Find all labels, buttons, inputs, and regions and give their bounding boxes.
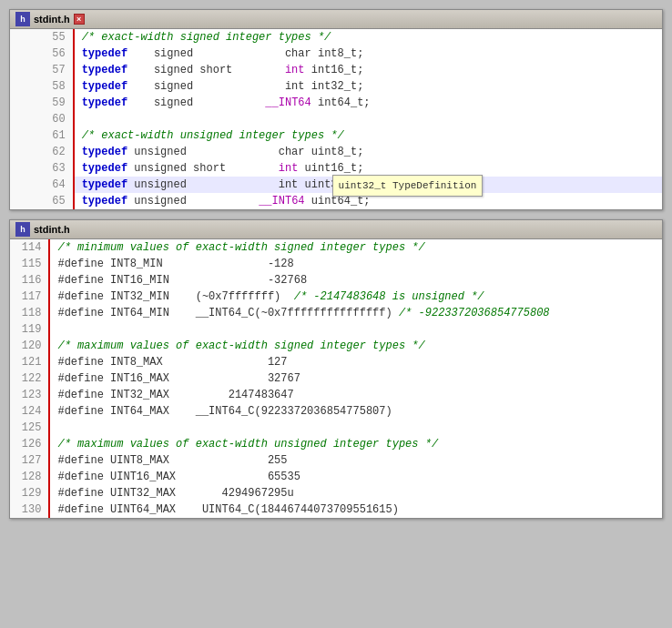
code-content: /* minimum values of exact-width signed … [49,239,662,256]
table-row: 121 #define INT8_MAX 127 [10,354,662,370]
table-row: 59 typedef signed __INT64 int64_t; [10,95,662,111]
line-number: 117 [10,289,49,305]
file-icon-2: h [15,222,30,237]
line-number: 122 [10,370,49,387]
code-content: #define INT16_MIN -32768 [49,272,662,289]
line-number: 114 [10,239,49,256]
line-number: 119 [10,321,49,338]
code-content: #define INT64_MIN __INT64_C(~0x7ffffffff… [49,305,662,321]
code-table-1: 55 /* exact-width signed integer types *… [10,29,662,209]
code-content [49,420,662,436]
code-content: #define UINT32_MAX 4294967295u [49,485,662,501]
line-number: 55 [10,29,74,46]
code-content: typedef unsigned char uint8_t; [74,144,662,160]
table-row: 117 #define INT32_MIN (~0x7fffffff) /* -… [10,289,662,305]
code-content [49,321,662,338]
line-number: 115 [10,256,49,272]
table-row: 60 [10,111,662,127]
table-row: 115 #define INT8_MIN -128 [10,256,662,272]
line-number: 60 [10,111,74,127]
code-content: #define INT64_MAX __INT64_C(922337203685… [49,403,662,420]
line-number: 56 [10,46,74,62]
code-area-1: 55 /* exact-width signed integer types *… [10,29,662,209]
code-content: #define INT8_MIN -128 [49,256,662,272]
code-area-2: 114 /* minimum values of exact-width sig… [10,239,662,518]
line-number: 121 [10,354,49,370]
line-number: 124 [10,403,49,420]
line-number: 127 [10,452,49,469]
table-row: 123 #define INT32_MAX 2147483647 [10,387,662,403]
code-content: #define INT8_MAX 127 [49,354,662,370]
line-number: 62 [10,144,74,160]
line-number: 130 [10,501,49,518]
line-number: 128 [10,469,49,485]
table-row: 55 /* exact-width signed integer types *… [10,29,662,46]
code-content: /* exact-width unsigned integer types */ [74,127,662,144]
code-content: #define UINT8_MAX 255 [49,452,662,469]
table-row: 58 typedef signed int int32_t; [10,78,662,95]
code-window-2: h stdint.h 114 /* minimum values of exac… [9,219,663,519]
code-table-2: 114 /* minimum values of exact-width sig… [10,239,662,518]
title-text-1: stdint.h [34,14,70,25]
code-content: #define UINT64_MAX UINT64_C(184467440737… [49,501,662,518]
code-content: typedef signed __INT64 int64_t; [74,95,662,111]
line-number: 57 [10,62,74,78]
table-row: 56 typedef signed char int8_t; [10,46,662,62]
table-row: 124 #define INT64_MAX __INT64_C(92233720… [10,403,662,420]
table-row: 64 typedef unsigned int uint32_t;uint32_… [10,177,662,193]
table-row: 127 #define UINT8_MAX 255 [10,452,662,469]
code-content: typedef signed int int32_t; [74,78,662,95]
line-number: 129 [10,485,49,501]
table-row: 130 #define UINT64_MAX UINT64_C(18446744… [10,501,662,518]
table-row: 122 #define INT16_MAX 32767 [10,370,662,387]
table-row: 57 typedef signed short int int16_t; [10,62,662,78]
file-icon-1: h [15,12,30,26]
code-content: typedef unsigned int uint32_t;uint32_t T… [74,177,662,193]
code-content: typedef signed short int int16_t; [74,62,662,78]
table-row: 126 /* maximum values of exact-width uns… [10,436,662,452]
line-number: 61 [10,127,74,144]
title-bar-2: h stdint.h [10,220,662,239]
table-row: 116 #define INT16_MIN -32768 [10,272,662,289]
line-number: 120 [10,338,49,354]
code-content: typedef signed char int8_t; [74,46,662,62]
code-content: #define INT32_MAX 2147483647 [49,387,662,403]
table-row: 120 /* maximum values of exact-width sig… [10,338,662,354]
table-row: 118 #define INT64_MIN __INT64_C(~0x7ffff… [10,305,662,321]
code-content [74,111,662,127]
line-number: 63 [10,160,74,177]
table-row: 125 [10,420,662,436]
table-row: 114 /* minimum values of exact-width sig… [10,239,662,256]
table-row: 128 #define UINT16_MAX 65535 [10,469,662,485]
code-content: /* maximum values of exact-width signed … [49,338,662,354]
title-bar-1: h stdint.h × [10,10,662,29]
table-row: 61 /* exact-width unsigned integer types… [10,127,662,144]
line-number: 125 [10,420,49,436]
tooltip-box: uint32_t TypeDefinition [332,175,484,197]
line-number: 116 [10,272,49,289]
line-number: 123 [10,387,49,403]
line-number: 118 [10,305,49,321]
code-content: #define UINT16_MAX 65535 [49,469,662,485]
code-window-1: h stdint.h × 55 /* exact-width signed in… [9,9,663,210]
tooltip-target: uint32_t;uint32_t TypeDefinition [305,177,364,193]
code-content: #define INT32_MIN (~0x7fffffff) /* -2147… [49,289,662,305]
line-number: 65 [10,193,74,209]
line-number: 126 [10,436,49,452]
code-content: /* maximum values of exact-width unsigne… [49,436,662,452]
line-number: 59 [10,95,74,111]
code-content: /* exact-width signed integer types */ [74,29,662,46]
close-button-1[interactable]: × [74,14,85,25]
line-number: 58 [10,78,74,95]
table-row: 62 typedef unsigned char uint8_t; [10,144,662,160]
table-row: 129 #define UINT32_MAX 4294967295u [10,485,662,501]
title-text-2: stdint.h [34,224,70,235]
code-content: #define INT16_MAX 32767 [49,370,662,387]
line-number: 64 [10,177,74,193]
table-row: 119 [10,321,662,338]
